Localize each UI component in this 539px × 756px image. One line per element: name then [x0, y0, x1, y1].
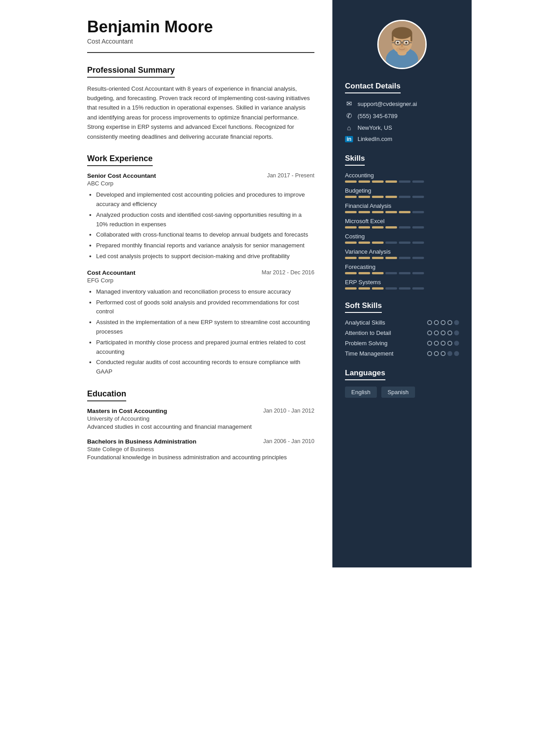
skill-segment-filled — [345, 242, 357, 244]
skill-segment-filled — [345, 196, 357, 198]
skill-bar — [345, 211, 459, 213]
dot-empty — [454, 341, 459, 346]
skill-segment-empty — [412, 272, 424, 274]
skill-segment-filled — [358, 287, 370, 290]
linkedin-icon: in — [345, 136, 353, 142]
skill-name: Financial Analysis — [345, 202, 459, 209]
languages-title: Languages — [345, 369, 385, 380]
education-section: Education Masters in Cost Accounting Jan… — [87, 389, 314, 461]
candidate-title: Cost Accountant — [87, 38, 314, 45]
skill-segment-empty — [399, 242, 411, 244]
skill-bar — [345, 257, 459, 259]
job-date-1: Jan 2017 - Present — [267, 172, 314, 179]
job-header-2: Cost Accountant Mar 2012 - Dec 2016 — [87, 269, 314, 276]
skill-name: Accounting — [345, 172, 459, 179]
skill-item-5: Variance Analysis — [345, 248, 459, 259]
job-entry-2: Cost Accountant Mar 2012 - Dec 2016 EFG … — [87, 269, 314, 377]
skill-segment-filled — [372, 226, 384, 229]
contact-email: ✉ support@cvdesigner.ai — [345, 100, 459, 108]
skill-segment-filled — [358, 226, 370, 229]
work-experience-title: Work Experience — [87, 154, 153, 166]
job-bullets-2: Managed inventory valuation and reconcil… — [87, 287, 314, 377]
soft-skill-name: Analytical Skills — [345, 319, 385, 326]
bullet: Participated in monthly close process an… — [96, 338, 314, 357]
job-company-2: EFG Corp — [87, 277, 314, 284]
svg-point-4 — [392, 27, 412, 39]
job-entry-1: Senior Cost Accountant Jan 2017 - Presen… — [87, 172, 314, 261]
skill-segment-empty — [399, 257, 411, 259]
skill-dots — [427, 330, 459, 335]
skill-segment-empty — [399, 287, 411, 290]
skill-bar — [345, 287, 459, 290]
skill-segment-empty — [412, 180, 424, 183]
skill-segment-filled — [372, 242, 384, 244]
skill-dots — [427, 341, 459, 346]
edu-date-2: Jan 2006 - Jan 2010 — [263, 438, 314, 444]
languages-section: Languages EnglishSpanish — [345, 369, 459, 398]
dot-filled — [427, 330, 432, 335]
dot-filled — [434, 341, 439, 346]
skill-item-0: Accounting — [345, 172, 459, 183]
skill-bar — [345, 196, 459, 198]
skill-item-4: Costing — [345, 233, 459, 244]
soft-skill-name: Problem Solving — [345, 340, 388, 347]
dot-filled — [427, 351, 432, 356]
dot-empty — [454, 351, 459, 356]
skill-name: Costing — [345, 233, 459, 240]
language-tag-1: Spanish — [381, 387, 415, 398]
job-title-1: Senior Cost Accountant — [87, 172, 156, 179]
skill-bar — [345, 242, 459, 244]
dot-filled — [447, 320, 452, 325]
edu-school-1: University of Accounting — [87, 415, 314, 422]
dot-filled — [427, 341, 432, 346]
edu-school-2: State College of Business — [87, 446, 314, 453]
skill-segment-empty — [412, 242, 424, 244]
soft-skill-name: Time Management — [345, 350, 393, 357]
contact-email-text: support@cvdesigner.ai — [358, 101, 417, 107]
bullet: Managed inventory valuation and reconcil… — [96, 287, 314, 297]
language-tags: EnglishSpanish — [345, 387, 459, 398]
soft-skills-title: Soft Skills — [345, 301, 382, 313]
skill-segment-empty — [412, 196, 424, 198]
skill-name: Variance Analysis — [345, 248, 459, 255]
work-experience-section: Work Experience Senior Cost Accountant J… — [87, 154, 314, 377]
skill-segment-empty — [412, 257, 424, 259]
skill-segment-filled — [399, 211, 411, 213]
soft-skill-item-1: Attention to Detail — [345, 330, 459, 336]
skill-name: Microsoft Excel — [345, 218, 459, 224]
dot-empty — [454, 320, 459, 325]
summary-title: Professional Summary — [87, 66, 175, 78]
job-header-1: Senior Cost Accountant Jan 2017 - Presen… — [87, 172, 314, 179]
edu-header-1: Masters in Cost Accounting Jan 2010 - Ja… — [87, 408, 314, 414]
skills-section: Skills AccountingBudgetingFinancial Anal… — [345, 154, 459, 290]
location-icon: ⌂ — [345, 124, 353, 132]
dot-filled — [447, 341, 452, 346]
skill-segment-filled — [358, 257, 370, 259]
bullet: Developed and implemented cost accountin… — [96, 190, 314, 209]
skill-name: Budgeting — [345, 187, 459, 194]
skill-segment-filled — [345, 211, 357, 213]
soft-skill-item-2: Problem Solving — [345, 340, 459, 347]
skill-name: Forecasting — [345, 264, 459, 270]
skill-segment-filled — [372, 196, 384, 198]
skill-segment-empty — [385, 242, 397, 244]
svg-point-10 — [405, 42, 407, 44]
skill-segment-filled — [345, 180, 357, 183]
email-icon: ✉ — [345, 100, 353, 108]
skill-segment-filled — [372, 272, 384, 274]
dot-filled — [434, 351, 439, 356]
svg-point-16 — [401, 44, 403, 47]
skill-segment-filled — [345, 287, 357, 290]
svg-rect-5 — [392, 33, 393, 41]
skill-segment-filled — [385, 211, 397, 213]
skill-segment-empty — [412, 226, 424, 229]
job-date-2: Mar 2012 - Dec 2016 — [262, 269, 314, 276]
skill-segment-filled — [385, 180, 397, 183]
svg-rect-6 — [411, 33, 412, 41]
skill-segment-empty — [385, 272, 397, 274]
skill-segment-filled — [358, 272, 370, 274]
bullet: Led cost analysis projects to support de… — [96, 252, 314, 261]
contact-section: Contact Details ✉ support@cvdesigner.ai … — [345, 82, 459, 142]
soft-skills-list: Analytical SkillsAttention to DetailProb… — [345, 319, 459, 357]
bullet: Prepared monthly financial reports and v… — [96, 241, 314, 251]
